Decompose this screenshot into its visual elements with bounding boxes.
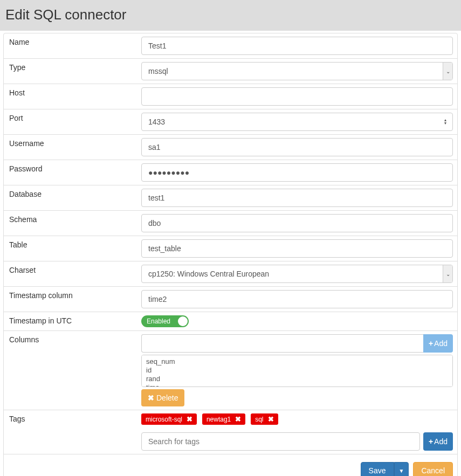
row-timestamp-utc: Timestamp in UTC Enabled xyxy=(4,312,457,331)
form-footer: Save ▼ Cancel xyxy=(4,454,457,476)
columns-list[interactable]: seq_num id rand time xyxy=(141,355,453,387)
schema-input[interactable] xyxy=(141,214,453,232)
page-header: Edit SQL connector xyxy=(0,0,461,31)
label-host: Host xyxy=(4,84,141,101)
label-tags: Tags xyxy=(4,410,141,427)
type-select[interactable]: mssql xyxy=(141,62,453,80)
label-type: Type xyxy=(4,59,141,76)
tag-chip: microsoft-sql ✖ xyxy=(141,413,197,425)
password-input[interactable] xyxy=(141,163,453,182)
row-host: Host xyxy=(4,84,457,109)
row-password: Password xyxy=(4,160,457,185)
delete-column-button[interactable]: ✖Delete xyxy=(141,389,184,406)
label-columns: Columns xyxy=(4,331,141,348)
charset-select[interactable]: cp1250: Windows Central European xyxy=(141,265,453,283)
cancel-button[interactable]: Cancel xyxy=(413,462,453,476)
save-dropdown-button[interactable]: ▼ xyxy=(394,462,409,476)
list-item[interactable]: time xyxy=(146,383,448,387)
host-input[interactable] xyxy=(141,87,453,106)
toggle-knob-icon xyxy=(178,316,188,326)
username-input[interactable] xyxy=(141,138,453,156)
label-schema: Schema xyxy=(4,211,141,228)
tag-chip: sql ✖ xyxy=(251,413,278,425)
list-item[interactable]: id xyxy=(146,366,448,375)
row-tags: Tags microsoft-sql ✖ newtag1 ✖ sql ✖ xyxy=(4,410,457,454)
caret-down-icon: ▼ xyxy=(399,468,404,474)
port-input[interactable] xyxy=(141,113,453,131)
label-password: Password xyxy=(4,160,141,177)
list-item[interactable]: seq_num xyxy=(146,357,448,366)
columns-input[interactable] xyxy=(141,334,423,353)
remove-tag-icon[interactable]: ✖ xyxy=(235,415,241,423)
row-columns: Columns +Add seq_num id rand time ✖Delet… xyxy=(4,331,457,410)
tag-chip: newtag1 ✖ xyxy=(202,413,245,425)
label-database: Database xyxy=(4,185,141,203)
label-timestamp-utc: Timestamp in UTC xyxy=(4,312,141,329)
label-table: Table xyxy=(4,236,141,253)
form-panel: Name Type mssql ⌄ Host Port ▴▾ xyxy=(3,33,458,476)
add-column-button[interactable]: +Add xyxy=(423,334,453,353)
timestamp-column-input[interactable] xyxy=(141,290,453,308)
row-timestamp-column: Timestamp column xyxy=(4,287,457,312)
tags-search-input[interactable] xyxy=(141,432,420,451)
row-name: Name xyxy=(4,33,457,59)
plus-icon: + xyxy=(429,437,433,446)
plus-icon: + xyxy=(429,339,433,348)
save-button-group: Save ▼ xyxy=(361,462,409,476)
close-icon: ✖ xyxy=(148,394,154,402)
row-charset: Charset cp1250: Windows Central European… xyxy=(4,261,457,287)
row-port: Port ▴▾ xyxy=(4,109,457,135)
list-item[interactable]: rand xyxy=(146,375,448,383)
remove-tag-icon[interactable]: ✖ xyxy=(187,415,192,423)
label-username: Username xyxy=(4,135,141,152)
toggle-label: Enabled xyxy=(147,318,170,325)
row-username: Username xyxy=(4,135,457,160)
save-button[interactable]: Save xyxy=(361,462,394,476)
label-name: Name xyxy=(4,33,141,51)
row-database: Database xyxy=(4,185,457,211)
database-input[interactable] xyxy=(141,189,453,207)
tags-container: microsoft-sql ✖ newtag1 ✖ sql ✖ xyxy=(141,413,453,425)
row-table: Table xyxy=(4,236,457,261)
label-timestamp-column: Timestamp column xyxy=(4,287,141,304)
name-input[interactable] xyxy=(141,37,453,55)
page-title: Edit SQL connector xyxy=(5,6,456,23)
row-schema: Schema xyxy=(4,211,457,236)
row-type: Type mssql ⌄ xyxy=(4,59,457,84)
label-charset: Charset xyxy=(4,261,141,279)
table-input[interactable] xyxy=(141,239,453,258)
timestamp-utc-toggle[interactable]: Enabled xyxy=(141,315,189,327)
remove-tag-icon[interactable]: ✖ xyxy=(268,415,274,423)
label-port: Port xyxy=(4,109,141,127)
add-tag-button[interactable]: +Add xyxy=(423,432,453,451)
